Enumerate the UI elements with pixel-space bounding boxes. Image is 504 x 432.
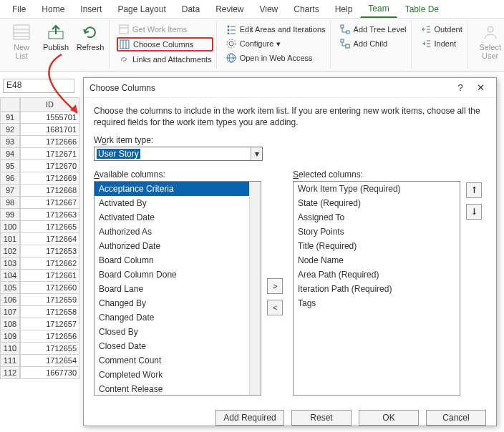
tab-page-layout[interactable]: Page Layout [110, 1, 173, 18]
list-item[interactable]: Closed Date [94, 339, 261, 353]
list-item[interactable]: Acceptance Criteria [94, 182, 261, 196]
move-right-button[interactable]: > [267, 278, 283, 294]
cell-id[interactable]: 1555701 [20, 112, 79, 124]
cancel-button[interactable]: Cancel [426, 410, 486, 426]
row-header[interactable]: 111 [0, 355, 20, 367]
list-item[interactable]: Authorized Date [94, 239, 261, 253]
tab-help[interactable]: Help [327, 1, 361, 18]
cell-id[interactable]: 1712662 [20, 257, 79, 270]
cell-id[interactable]: 1712663 [20, 209, 79, 221]
tab-view[interactable]: View [251, 1, 286, 18]
cell-id[interactable]: 1712653 [20, 245, 79, 257]
list-item[interactable]: Story Points [294, 225, 460, 239]
scrollbar[interactable] [249, 182, 261, 395]
list-item[interactable]: Work Item Type (Required) [294, 182, 460, 196]
row-header[interactable]: 102 [0, 245, 20, 257]
list-item[interactable]: State (Required) [294, 196, 460, 210]
cell-id[interactable]: 1681701 [20, 124, 79, 136]
row-header[interactable]: 104 [0, 270, 20, 282]
row-header[interactable]: 107 [0, 306, 20, 318]
cell-id[interactable]: 1712667 [20, 197, 79, 209]
cell-id[interactable]: 1712658 [20, 306, 79, 318]
row-header[interactable]: 108 [0, 318, 20, 330]
help-button[interactable]: ? [450, 82, 470, 93]
move-down-button[interactable]: 🠗 [466, 204, 482, 220]
list-item[interactable]: Changed By [94, 296, 261, 310]
list-item[interactable]: Changed Date [94, 310, 261, 325]
list-item[interactable]: Activated Date [94, 210, 261, 225]
list-item[interactable]: Tags [294, 296, 460, 310]
chevron-down-icon[interactable]: ▾ [251, 147, 262, 160]
row-header[interactable]: 99 [0, 209, 20, 221]
list-item[interactable]: Content Release [94, 382, 261, 396]
tab-data[interactable]: Data [174, 1, 208, 18]
cell-id[interactable]: 1712669 [20, 172, 79, 185]
select-user-button[interactable]: SelectUser [475, 21, 504, 60]
row-header[interactable]: 103 [0, 257, 20, 270]
tab-team[interactable]: Team [360, 1, 397, 18]
row-header[interactable]: 105 [0, 282, 20, 294]
move-left-button[interactable]: < [267, 300, 283, 315]
ok-button[interactable]: OK [359, 410, 419, 426]
row-header[interactable]: 93 [0, 136, 20, 148]
move-up-button[interactable]: 🠕 [466, 182, 482, 198]
cell-id[interactable]: 1712657 [20, 318, 79, 330]
row-header[interactable]: 106 [0, 294, 20, 306]
list-item[interactable]: Authorized As [94, 225, 261, 239]
list-item[interactable]: Node Name [294, 253, 460, 267]
refresh-button[interactable]: Refresh [74, 21, 106, 51]
row-header[interactable]: 92 [0, 124, 20, 136]
tab-charts[interactable]: Charts [286, 1, 326, 18]
list-item[interactable]: Area Path (Required) [294, 267, 460, 282]
list-item[interactable]: Assigned To [294, 210, 460, 225]
row-header[interactable]: 110 [0, 343, 20, 355]
tab-home[interactable]: Home [34, 1, 72, 18]
cell-id[interactable]: 1667730 [20, 367, 79, 379]
selected-columns-list[interactable]: Work Item Type (Required)State (Required… [293, 181, 460, 396]
column-header-id[interactable]: ID [20, 97, 79, 112]
new-list-button[interactable]: NewList [6, 21, 37, 60]
links-attachments-button[interactable]: Links and Attachments [117, 53, 213, 66]
list-item[interactable]: Title (Required) [294, 239, 460, 253]
edit-areas-button[interactable]: Edit Areas and Iterations [224, 23, 327, 36]
cell-id[interactable]: 1712660 [20, 282, 79, 294]
list-item[interactable]: Completed Work [94, 368, 261, 382]
row-header[interactable]: 97 [0, 185, 20, 197]
row-header[interactable]: 112 [0, 367, 20, 379]
select-all-corner[interactable] [0, 97, 20, 112]
list-item[interactable]: Comment Count [94, 353, 261, 368]
row-header[interactable]: 100 [0, 221, 20, 233]
cell-id[interactable]: 1712661 [20, 270, 79, 282]
cell-id[interactable]: 1712664 [20, 233, 79, 245]
list-item[interactable]: Activated By [94, 196, 261, 210]
row-header[interactable]: 109 [0, 330, 20, 343]
reset-button[interactable]: Reset [291, 410, 352, 426]
choose-columns-button[interactable]: Choose Columns [117, 37, 213, 51]
cell-id[interactable]: 1712666 [20, 136, 79, 148]
tab-insert[interactable]: Insert [72, 1, 110, 18]
name-box[interactable]: E48 [3, 79, 74, 93]
get-work-items-button[interactable]: Get Work Items [117, 23, 213, 36]
cell-id[interactable]: 1712670 [20, 160, 79, 172]
available-columns-list[interactable]: Acceptance CriteriaActivated ByActivated… [94, 181, 261, 396]
add-required-button[interactable]: Add Required [215, 410, 284, 426]
cell-id[interactable]: 1712668 [20, 185, 79, 197]
list-item[interactable]: Board Lane [94, 282, 261, 296]
publish-button[interactable]: Publish [40, 21, 72, 51]
close-button[interactable]: ✕ [470, 82, 490, 93]
work-item-type-combo[interactable]: User Story ▾ [94, 147, 263, 161]
row-header[interactable]: 96 [0, 172, 20, 185]
tab-file[interactable]: File [4, 1, 34, 18]
indent-button[interactable]: Indent [419, 37, 464, 50]
row-header[interactable]: 94 [0, 148, 20, 160]
list-item[interactable]: Board Column [94, 253, 261, 267]
cell-id[interactable]: 1712659 [20, 294, 79, 306]
cell-id[interactable]: 1712655 [20, 343, 79, 355]
cell-id[interactable]: 1712656 [20, 330, 79, 343]
list-item[interactable]: Closed By [94, 325, 261, 339]
add-child-button[interactable]: Add Child [338, 37, 408, 50]
list-item[interactable]: Iteration Path (Required) [294, 282, 460, 296]
cell-id[interactable]: 1712671 [20, 148, 79, 160]
row-header[interactable]: 91 [0, 112, 20, 124]
configure-button[interactable]: Configure▾ [224, 37, 327, 50]
